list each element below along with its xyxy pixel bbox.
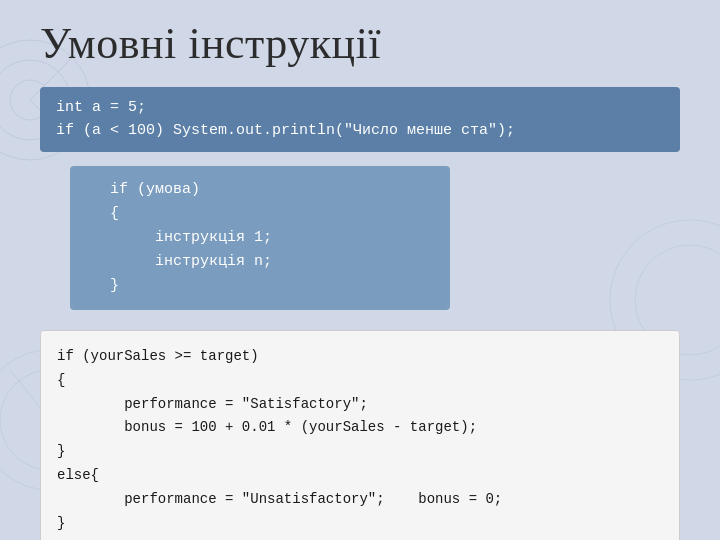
code-inner-line3: інструкція 1; (110, 226, 430, 250)
code-bottom-line-6: performance = "Unsatisfactory"; bonus = … (57, 488, 663, 512)
code-bottom-line-7: } (57, 512, 663, 536)
code-inner-line1: if (умова) (110, 178, 430, 202)
code-inner-line5: } (110, 274, 430, 298)
code-top-line1: int a = 5; (56, 97, 664, 120)
code-block-bottom: if (yourSales >= target) { performance =… (40, 330, 680, 540)
code-bottom-line-5: else{ (57, 464, 663, 488)
code-inner-line4: інструкція n; (110, 250, 430, 274)
code-bottom-line-1: { (57, 369, 663, 393)
code-bottom-line-0: if (yourSales >= target) (57, 345, 663, 369)
code-inner-line2: { (110, 202, 430, 226)
code-bottom-line-2: performance = "Satisfactory"; (57, 393, 663, 417)
code-block-inner: if (умова) { інструкція 1; інструкція n;… (70, 166, 450, 310)
code-bottom-line-3: bonus = 100 + 0.01 * (yourSales - target… (57, 416, 663, 440)
code-bottom-line-4: } (57, 440, 663, 464)
slide-title: Умовні інструкції (40, 18, 680, 69)
code-top-line2: if (a < 100) System.out.println("Число м… (56, 120, 664, 143)
code-block-top: int a = 5; if (a < 100) System.out.print… (40, 87, 680, 152)
